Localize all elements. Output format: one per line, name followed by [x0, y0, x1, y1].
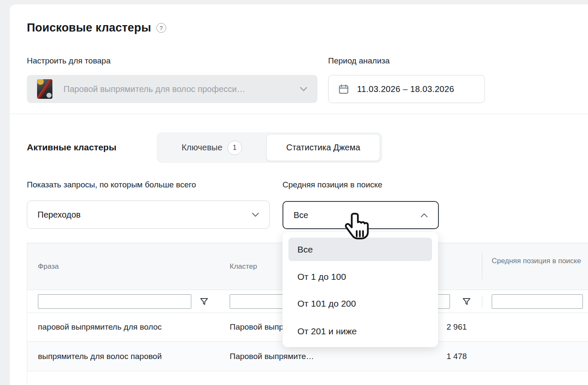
chevron-up-icon: [421, 213, 428, 218]
clusters-tabs: Ключевые 1 Статистика Джема: [157, 132, 382, 163]
tab-keywords-badge: 1: [228, 141, 242, 155]
filter-funnel-icon[interactable]: [462, 296, 471, 307]
sort-select-label: Показать запросы, по которым больше всег…: [27, 180, 196, 190]
cell-metric: 2 961: [447, 322, 467, 332]
column-divider: [482, 253, 482, 279]
tab-keywords-label: Ключевые: [182, 143, 222, 152]
sort-select-value: Переходов: [37, 210, 81, 220]
filter-funnel-icon[interactable]: [199, 296, 209, 307]
help-icon[interactable]: ?: [156, 23, 166, 33]
cell-phrase: выпрямитель для волос паровой: [38, 352, 162, 361]
calendar-icon: [338, 83, 349, 95]
product-select[interactable]: Паровой выпрямитель для волос професси…: [27, 75, 317, 103]
tab-keywords[interactable]: Ключевые 1: [157, 133, 266, 162]
table-row-partial[interactable]: [27, 371, 588, 385]
content-card: Поисковые кластеры ? Настроить для товар…: [10, 4, 588, 385]
cell-cluster: Паровой выпрямите…: [230, 352, 314, 361]
sort-select[interactable]: Переходов: [27, 201, 270, 229]
column-header-cluster[interactable]: Кластер: [230, 243, 257, 290]
cell-metric: 1 478: [447, 352, 467, 361]
date-range-input[interactable]: 11.03.2026 – 18.03.2026: [328, 75, 485, 103]
phrase-filter-input[interactable]: [38, 294, 191, 309]
chevron-down-icon: [300, 87, 307, 92]
chevron-down-icon: [252, 213, 259, 217]
page-title-row: Поисковые кластеры ?: [27, 21, 166, 34]
active-clusters-heading: Активные кластеры: [27, 142, 116, 152]
product-select-label: Настроить для товара: [27, 56, 111, 66]
section-divider: [10, 114, 588, 114]
cell-phrase: паровой выпрямитель для волос: [38, 322, 162, 332]
dropdown-option-201-below[interactable]: От 201 и ниже: [297, 325, 357, 337]
period-label: Период анализа: [328, 56, 390, 66]
position-select[interactable]: Все: [282, 201, 439, 229]
dropdown-option-all[interactable]: Все: [288, 238, 432, 261]
dropdown-option-101-200[interactable]: От 101 до 200: [297, 298, 356, 310]
position-dropdown-menu: Все От 1 до 100 От 101 до 200 От 201 и н…: [282, 232, 438, 347]
tab-jam-statistics[interactable]: Статистика Джема: [266, 134, 380, 161]
page-title: Поисковые кластеры: [27, 21, 151, 34]
column-header-avg-position[interactable]: Средняя позиция в поиске: [492, 255, 583, 267]
tab-jam-statistics-label: Статистика Джема: [286, 143, 360, 152]
date-range-value: 11.03.2026 – 18.03.2026: [357, 84, 454, 94]
screen: Поисковые кластеры ? Настроить для товар…: [0, 0, 588, 385]
product-thumbnail: [37, 79, 52, 99]
position-select-label: Средняя позиция в поиске: [282, 180, 382, 190]
column-divider: [482, 296, 482, 307]
position-select-value: Все: [294, 210, 308, 220]
column-header-phrase[interactable]: Фраза: [38, 243, 59, 290]
avg-position-filter-input[interactable]: [492, 294, 583, 309]
dropdown-option-1-100[interactable]: От 1 до 100: [297, 271, 346, 283]
product-select-value: Паровой выпрямитель для волос професси…: [63, 84, 300, 94]
